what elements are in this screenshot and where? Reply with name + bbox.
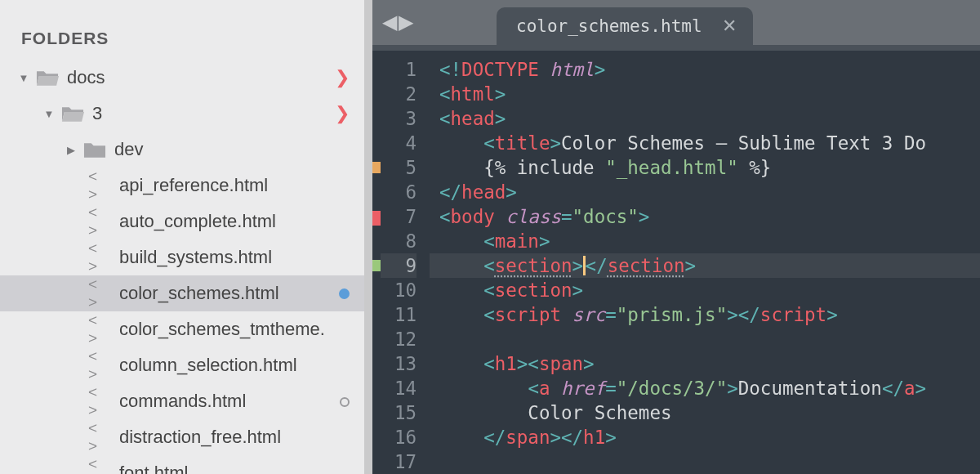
code-line[interactable] <box>430 449 980 474</box>
file-row[interactable]: < >api_reference.html <box>0 168 364 203</box>
token: < <box>483 353 495 374</box>
token <box>439 427 483 448</box>
line-number[interactable]: 1 <box>381 57 416 82</box>
tree-label: build_systems.html <box>119 247 272 268</box>
token: "docs" <box>572 206 639 227</box>
file-row[interactable]: < >font.html <box>0 455 364 474</box>
line-number[interactable]: 9 <box>381 253 416 278</box>
line-number[interactable]: 3 <box>381 106 416 131</box>
folder-row-dev[interactable]: ▶dev <box>0 132 364 168</box>
file-row[interactable]: < >commands.html <box>0 383 364 419</box>
code-line[interactable]: <script src="prism.js"></script> <box>430 302 980 327</box>
line-number[interactable]: 13 <box>381 351 416 376</box>
code-line[interactable]: <main> <box>430 229 980 253</box>
code-file-icon: < > <box>88 419 111 455</box>
token: src <box>572 304 606 325</box>
code-line[interactable]: <a href="/docs/3/">Documentation</a> <box>430 376 980 400</box>
chevron-down-icon[interactable]: ▼ <box>16 72 31 84</box>
folder-icon <box>61 105 84 123</box>
file-row[interactable]: < >build_systems.html <box>0 239 364 275</box>
token: < <box>439 83 451 105</box>
code-line[interactable]: </head> <box>430 180 980 204</box>
token: {% include <box>439 157 605 178</box>
line-number[interactable]: 5 <box>381 155 416 180</box>
code-line[interactable]: <body class="docs"> <box>430 204 980 229</box>
token: section <box>608 255 685 276</box>
folder-row-docs[interactable]: ▼docs❯ <box>0 60 364 96</box>
token: html <box>451 83 495 105</box>
code-line[interactable]: <section> <box>430 278 980 302</box>
line-number[interactable]: 4 <box>381 131 416 155</box>
token: < <box>483 279 495 301</box>
code-line[interactable]: Color Schemes <box>430 400 980 425</box>
nav-back-icon[interactable]: ◀ <box>382 11 397 34</box>
code-line[interactable]: <h1><span> <box>430 351 980 376</box>
token: %} <box>738 157 772 178</box>
token: </ <box>586 255 608 276</box>
nav-forward-icon[interactable]: ▶ <box>399 11 413 34</box>
token: </ <box>882 378 904 399</box>
code-line[interactable]: </span></h1> <box>430 425 980 449</box>
code-line[interactable]: <section></section> <box>430 253 980 278</box>
folder-tree: ▼docs❯▼3❯▶dev< >api_reference.html< >aut… <box>0 60 364 474</box>
line-number[interactable]: 10 <box>381 278 416 302</box>
token: > <box>583 353 595 374</box>
tree-label: color_schemes.html <box>119 283 279 304</box>
code-line[interactable]: <!DOCTYPE html> <box>430 57 980 82</box>
tree-label: auto_complete.html <box>119 211 276 232</box>
token: "/docs/3/" <box>617 378 727 399</box>
folder-row-3[interactable]: ▼3❯ <box>0 96 364 132</box>
tree-label: dev <box>114 139 143 160</box>
token: body <box>451 206 506 227</box>
tree-label: column_selection.html <box>119 355 297 376</box>
line-number[interactable]: 16 <box>381 425 416 449</box>
line-number[interactable]: 8 <box>381 229 416 253</box>
token: script <box>495 304 572 325</box>
line-number[interactable]: 7 <box>381 204 416 229</box>
line-number[interactable]: 15 <box>381 400 416 425</box>
sidebar-header: FOLDERS <box>0 0 364 60</box>
line-number[interactable]: 12 <box>381 327 416 351</box>
line-number[interactable]: 11 <box>381 302 416 327</box>
token: > <box>506 181 517 203</box>
file-row[interactable]: < >color_schemes_tmtheme. <box>0 311 364 347</box>
tab-label: color_schemes.html <box>516 16 702 36</box>
line-number-gutter[interactable]: 1234567891011121314151617 <box>381 51 430 474</box>
file-row[interactable]: < >auto_complete.html <box>0 203 364 239</box>
file-row[interactable]: < >distraction_free.html <box>0 419 364 455</box>
token: > <box>572 255 584 276</box>
token <box>439 378 528 399</box>
chevron-right-icon[interactable]: ▶ <box>64 144 78 156</box>
token: <! <box>439 59 461 80</box>
code-line[interactable]: {% include "_head.html" %} <box>430 155 980 180</box>
token: < <box>483 132 495 154</box>
tree-label: font.html <box>119 463 188 474</box>
code-line[interactable]: <html> <box>430 82 980 106</box>
line-number[interactable]: 17 <box>381 449 416 474</box>
token: title <box>495 132 550 154</box>
token: >< <box>517 353 539 374</box>
code-line[interactable]: <title>Color Schemes – Sublime Text 3 Do <box>430 131 980 155</box>
file-row[interactable]: < >column_selection.html <box>0 347 364 383</box>
token: < <box>483 304 495 325</box>
token: > <box>550 132 561 154</box>
line-number[interactable]: 14 <box>381 376 416 400</box>
file-row[interactable]: < >color_schemes.html <box>0 275 364 311</box>
code-area[interactable]: 1234567891011121314151617 <!DOCTYPE html… <box>372 51 980 474</box>
line-number[interactable]: 6 <box>381 180 416 204</box>
tree-label: 3 <box>92 103 102 124</box>
line-number[interactable]: 2 <box>381 82 416 106</box>
code-text[interactable]: <!DOCTYPE html><html><head> <title>Color… <box>430 51 980 474</box>
code-line[interactable] <box>430 327 980 351</box>
code-file-icon: < > <box>88 275 111 311</box>
close-icon[interactable]: ✕ <box>722 16 737 37</box>
token: span <box>539 353 583 374</box>
pane-splitter[interactable] <box>365 0 372 474</box>
token: < <box>439 206 451 227</box>
code-line[interactable]: <head> <box>430 106 980 131</box>
token <box>439 132 483 154</box>
tree-label: docs <box>67 67 105 88</box>
tab-active[interactable]: color_schemes.html ✕ <box>497 7 753 45</box>
token: html <box>550 59 594 80</box>
chevron-down-icon[interactable]: ▼ <box>42 108 56 120</box>
